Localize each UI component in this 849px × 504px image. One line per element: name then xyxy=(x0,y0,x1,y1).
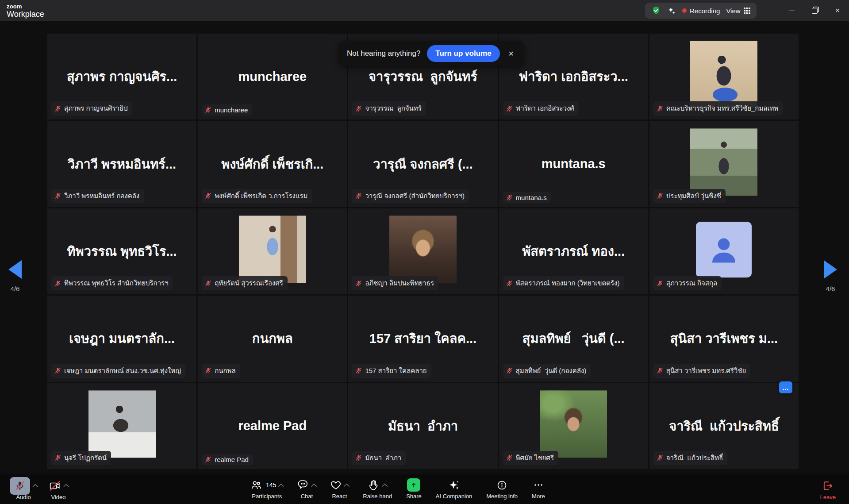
share-button[interactable]: Share xyxy=(406,477,422,500)
next-page-button[interactable]: 4/6 xyxy=(817,260,844,292)
participant-nameplate: muncharee xyxy=(202,104,252,115)
gallery: สุภาพร กาญจนศิร... สุภาพร กาญจนศิราธิป m… xyxy=(0,21,849,474)
recording-indicator: Recording xyxy=(682,7,720,15)
participant-tile[interactable]: ฤทัยรัตน์ สุวรรณเรืองศรี xyxy=(198,208,347,294)
meeting-status-pill: Recording View xyxy=(645,3,757,19)
participant-video-thumbnail xyxy=(389,215,457,283)
participant-tile[interactable]: พัสตราภรณ์ ทอง... พัสตราภรณ์ ทองมาก (วิท… xyxy=(499,208,648,294)
muted-mic-icon xyxy=(355,454,362,461)
restore-button[interactable] xyxy=(803,0,826,21)
chat-options-caret[interactable] xyxy=(311,483,317,489)
participant-name-label: กนกพล xyxy=(215,365,236,376)
participant-tile[interactable]: 157 สาริยา ใคลค... 157 สาริยา ใคลคลาย xyxy=(348,296,497,381)
participant-tile[interactable]: สุภาพร กาญจนศิร... สุภาพร กาญจนศิราธิป xyxy=(47,34,196,119)
audio-banner: Not hearing anything? Turn up volume ✕ xyxy=(339,41,524,66)
participant-tile[interactable]: วารุณี จงกลศรี (... วารุณี จงกลศรี (สำนั… xyxy=(348,121,497,207)
turn-up-volume-button[interactable]: Turn up volume xyxy=(427,45,499,62)
muted-mic-icon xyxy=(205,367,211,374)
view-button[interactable]: View xyxy=(726,7,750,15)
leave-button[interactable]: Leave xyxy=(820,478,836,500)
participant-tile[interactable]: มัธนา อำภา มัธนา อำภา xyxy=(348,383,497,469)
muted-mic-icon xyxy=(355,192,362,199)
muted-mic-icon xyxy=(205,456,211,463)
participant-tile[interactable]: muncharee muncharee xyxy=(198,34,347,119)
muted-mic-icon xyxy=(54,105,61,112)
chat-icon xyxy=(297,479,309,491)
participants-options-caret[interactable] xyxy=(278,483,284,489)
participant-name-label: วิภาวี พรหมอินทร์ กองคลัง xyxy=(64,191,139,201)
participant-nameplate: กนกพล xyxy=(202,364,240,378)
participant-name-label: ฟาริดา เอกอิสระวงศ์ xyxy=(516,103,574,114)
participant-nameplate: เจษฎา มนตราลักษณ์ สนง.วข.นศ.ทุ่งใหญ่ xyxy=(51,364,185,378)
participant-video-thumbnail xyxy=(88,390,156,458)
previous-page-button[interactable]: 4/6 xyxy=(2,260,28,292)
participant-name-label: พงษ์ศักดิ์ เพ็ชรเกิด ว.การโรงแรม xyxy=(215,191,307,201)
minimize-button[interactable] xyxy=(780,0,803,21)
banner-close-icon[interactable]: ✕ xyxy=(507,49,516,59)
participant-name-label: นุจรี โปฏกรัตน์ xyxy=(64,453,107,463)
participant-nameplate: วิภาวี พรหมอินทร์ กองคลัง xyxy=(51,189,144,203)
participant-tile[interactable]: จาริณี แก้วประสิทธิ์ จาริณี แก้วประสิทธิ… xyxy=(649,383,799,469)
participant-name-label: สุมลทิพย์ วุ่นดี (กองคลัง) xyxy=(516,365,587,376)
muted-mic-icon xyxy=(657,105,663,112)
participant-tile[interactable]: พงษ์ศักดิ์ เพ็ชรเกิ... พงษ์ศักดิ์ เพ็ชรเ… xyxy=(198,121,347,207)
close-button[interactable]: × xyxy=(826,0,849,21)
participant-tile[interactable]: อภิชญา ลิมปนะพิทยาธร xyxy=(348,208,497,294)
muted-mic-icon xyxy=(506,367,513,374)
muted-mic-icon xyxy=(205,192,211,199)
encryption-shield-icon[interactable] xyxy=(651,6,661,15)
titlebar: zoom Workplace Recording View × xyxy=(0,0,849,21)
chat-label: Chat xyxy=(301,493,313,500)
leave-label: Leave xyxy=(820,494,836,500)
video-button[interactable]: Video xyxy=(49,478,68,500)
participant-tile[interactable]: พิศมัย ไชยศรี xyxy=(499,383,648,469)
participant-tile[interactable]: realme Pad realme Pad xyxy=(198,383,347,469)
raise-hand-options-caret[interactable] xyxy=(382,483,388,489)
more-label: More xyxy=(532,493,545,500)
muted-mic-icon xyxy=(54,192,61,199)
ai-companion-sparkle-icon[interactable] xyxy=(667,6,676,15)
audio-button[interactable]: Audio xyxy=(10,478,37,500)
tile-more-options-button[interactable]: … xyxy=(779,381,792,393)
participant-tile[interactable]: คณะบริหารธุรกิจ มทร.ศรีวิชัย_กมลเทพ xyxy=(649,34,799,119)
participant-tile[interactable]: วิภาวี พรหมอินทร์... วิภาวี พรหมอินทร์ ก… xyxy=(47,121,196,207)
participant-tile[interactable]: สุมลทิพย์ วุ่นดี (... สุมลทิพย์ วุ่นดี (… xyxy=(499,296,648,381)
participant-tile[interactable]: สุนิสา วารีเพชร ม... สุนิสา วารีเพชร มทร… xyxy=(649,296,799,381)
participant-name-label: จาริณี แก้วประสิทธิ์ xyxy=(666,453,723,463)
participant-name-label: พิศมัย ไชยศรี xyxy=(516,453,554,463)
ai-companion-label: AI Companion xyxy=(436,493,472,500)
participant-nameplate: วารุณี จงกลศรี (สำนักวิทยบริการฯ) xyxy=(352,189,469,203)
ai-companion-button[interactable]: AI Companion xyxy=(436,477,472,500)
gallery-view-grid-icon xyxy=(744,8,750,14)
raise-hand-button[interactable]: Raise hand xyxy=(363,477,392,500)
muted-mic-icon xyxy=(506,105,513,112)
participant-tile[interactable]: นุจรี โปฏกรัตน์ xyxy=(47,383,196,469)
participant-name-label: ทิพวรรณ พุทธวิโร สำนักวิทยบริการฯ xyxy=(64,278,169,289)
meeting-info-label: Meeting info xyxy=(486,493,518,500)
muted-mic-icon xyxy=(657,367,663,374)
participant-tile[interactable]: muntana.s muntana.s xyxy=(499,121,648,207)
heart-icon xyxy=(330,479,342,491)
participants-button[interactable]: 145 Participants xyxy=(250,477,283,500)
react-options-caret[interactable] xyxy=(344,483,350,489)
participant-nameplate: 157 สาริยา ใคลคลาย xyxy=(352,364,431,378)
participant-tile[interactable]: ทิพวรรณ พุทธวิโร... ทิพวรรณ พุทธวิโร สำน… xyxy=(47,208,196,294)
participant-tile[interactable]: ประทุมศิลป์ วุ่นซิงซี่ xyxy=(649,121,799,207)
participant-tile[interactable]: เจษฎา มนตราลัก... เจษฎา มนตราลักษณ์ สนง.… xyxy=(47,296,196,381)
audio-options-caret[interactable] xyxy=(32,484,38,490)
recording-dot xyxy=(682,8,687,13)
video-options-caret[interactable] xyxy=(63,484,69,490)
participant-name-label: 157 สาริยา ใคลคลาย xyxy=(365,365,426,376)
participant-nameplate: ฟาริดา เอกอิสระวงศ์ xyxy=(503,101,579,115)
react-button[interactable]: React xyxy=(330,477,349,500)
muted-mic-icon xyxy=(355,105,362,112)
meeting-info-button[interactable]: Meeting info xyxy=(486,477,518,500)
participant-tile[interactable]: สุภาวรรณ กิจสกุล xyxy=(649,208,799,294)
participant-nameplate: สุมลทิพย์ วุ่นดี (กองคลัง) xyxy=(503,364,591,378)
participant-tile[interactable]: กนกพล กนกพล xyxy=(198,296,347,381)
more-button[interactable]: More xyxy=(532,477,545,500)
chat-button[interactable]: Chat xyxy=(297,477,316,500)
participant-nameplate: นุจรี โปฏกรัตน์ xyxy=(51,451,111,465)
info-icon xyxy=(496,480,507,491)
participant-name-label: realme Pad xyxy=(215,456,249,463)
